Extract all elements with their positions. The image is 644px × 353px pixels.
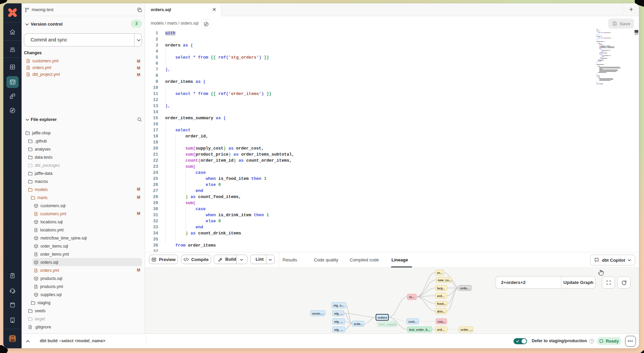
svg-text:cus...: cus... xyxy=(438,320,445,323)
svg-text:orde...: orde... xyxy=(354,322,363,326)
svg-text:stg_...: stg_... xyxy=(334,312,343,315)
svg-text:ord...: ord... xyxy=(437,328,444,331)
svg-text:orde...: orde... xyxy=(460,287,469,290)
svg-text:test_supply...: test_supply... xyxy=(379,322,399,326)
svg-text:order_...: order_... xyxy=(461,328,473,331)
svg-text:stg_o...: stg_o... xyxy=(333,304,344,307)
svg-text:drin...: drin... xyxy=(437,310,445,313)
svg-text:stg_...: stg_... xyxy=(334,320,343,323)
svg-text:ord...: ord... xyxy=(437,294,444,298)
svg-text:or...: or... xyxy=(437,271,442,275)
svg-text:orders: orders xyxy=(378,316,387,319)
svg-text:larg...: larg... xyxy=(437,287,445,290)
svg-text:or...: or... xyxy=(409,295,414,299)
svg-text:stg_...: stg_... xyxy=(334,328,343,331)
svg-text:new_cu...: new_cu... xyxy=(438,279,451,282)
svg-text:ecom....: ecom.... xyxy=(312,312,324,315)
svg-text:test_order_it...: test_order_it... xyxy=(409,328,430,331)
svg-text:food...: food... xyxy=(437,302,446,306)
svg-text:cust...: cust... xyxy=(408,320,417,323)
